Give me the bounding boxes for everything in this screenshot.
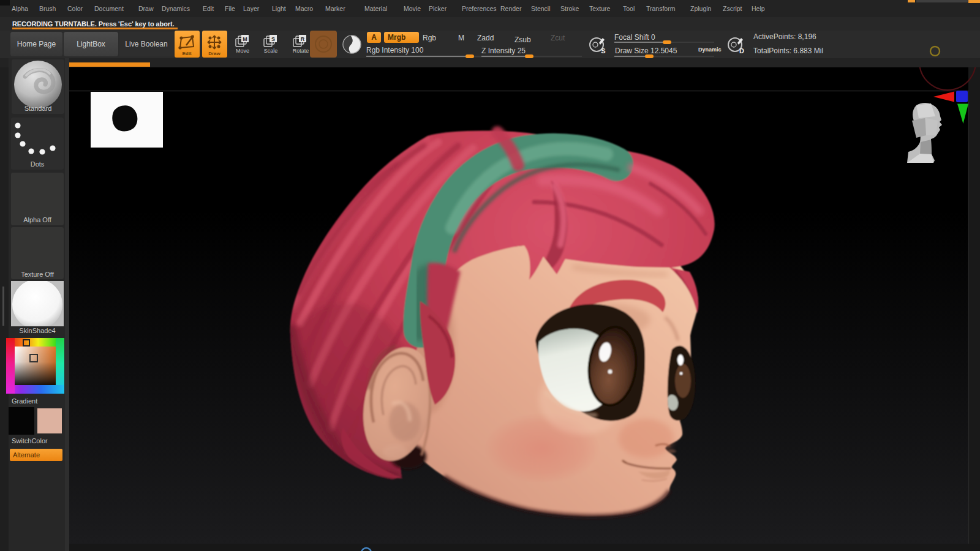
svg-text:Scale: Scale — [264, 48, 278, 54]
svg-text:Draw: Draw — [208, 51, 221, 56]
svg-text:S: S — [271, 36, 275, 42]
svg-text:Edit: Edit — [182, 51, 191, 56]
svg-text:S: S — [601, 47, 605, 54]
svg-text:D: D — [739, 47, 744, 54]
svg-text:Rotate: Rotate — [293, 48, 309, 54]
svg-text:Dots: Dots — [31, 160, 45, 168]
svg-text:Move: Move — [236, 48, 249, 54]
svg-text:Standard: Standard — [24, 105, 52, 112]
svg-text:M: M — [243, 36, 247, 42]
svg-text:R: R — [301, 36, 305, 42]
